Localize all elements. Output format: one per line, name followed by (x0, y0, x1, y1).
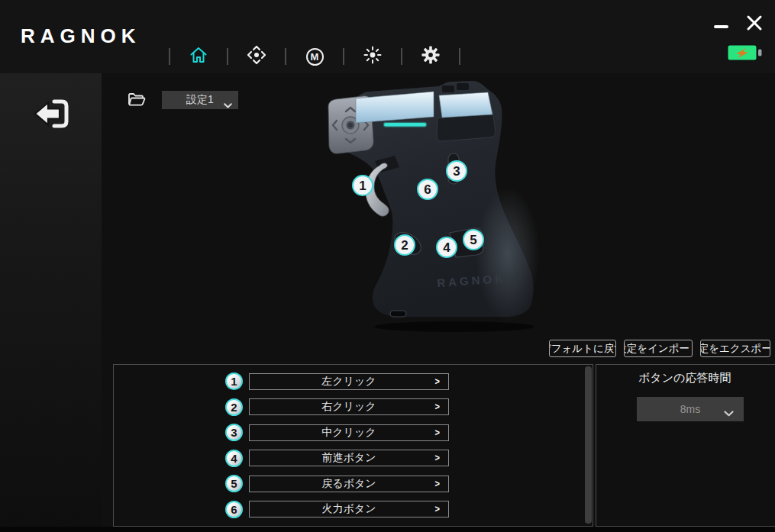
binding-row: 2 右クリック > (114, 398, 593, 416)
nav-separator (343, 48, 344, 65)
binding-button-1[interactable]: 左クリック > (249, 373, 449, 390)
bottom-strip (0, 527, 775, 532)
app-window: RAGNOK (0, 0, 775, 532)
tab-lighting[interactable] (362, 46, 383, 67)
binding-label: 右クリック (321, 400, 376, 414)
binding-label: 火力ボタン (322, 502, 376, 516)
chevron-right-icon: > (435, 503, 440, 515)
binding-row: 1 左クリック > (114, 372, 593, 391)
brand-logo: RAGNOK (21, 24, 141, 48)
binding-button-6[interactable]: 火力ボタン > (249, 501, 449, 517)
tab-macro[interactable]: M (304, 46, 325, 67)
exit-button[interactable] (31, 96, 69, 131)
badge-5: 5 (225, 475, 243, 492)
profile-select[interactable]: 設定1 (162, 91, 238, 109)
svg-text:1: 1 (359, 179, 366, 193)
response-time-title: ボタンの応答時間 (638, 371, 775, 385)
tab-settings[interactable] (420, 46, 441, 67)
folder-icon (128, 97, 146, 110)
binding-row: 3 中クリック > (114, 424, 593, 442)
battery-charging-icon (726, 43, 763, 66)
brightness-icon (363, 45, 383, 68)
binding-button-2[interactable]: 右クリック > (249, 398, 449, 415)
svg-text:2: 2 (401, 238, 408, 253)
chevron-down-icon (224, 98, 232, 111)
device-badge-1[interactable]: 1 (353, 176, 373, 195)
svg-text:3: 3 (453, 164, 460, 179)
minimize-icon (714, 25, 728, 28)
binding-button-4[interactable]: 前進ボタン > (249, 450, 449, 466)
response-time-select[interactable]: 8ms (637, 397, 744, 421)
chevron-right-icon: > (435, 426, 440, 438)
binding-label: 左クリック (321, 375, 376, 389)
chevron-down-icon (724, 406, 734, 420)
binding-row: 4 前進ボタン > (114, 449, 593, 467)
device-badge-5[interactable]: 5 (463, 230, 483, 250)
binding-label: 中クリック (321, 426, 376, 440)
device-badge-2[interactable]: 2 (395, 235, 415, 255)
device-badge-4[interactable]: 4 (437, 237, 457, 257)
nav-separator (227, 48, 228, 65)
sidebar (0, 73, 102, 532)
svg-text:6: 6 (424, 182, 431, 197)
tab-dpi[interactable] (246, 46, 267, 67)
binding-button-3[interactable]: 中クリック > (249, 424, 449, 441)
macro-m-icon: M (306, 48, 324, 66)
device-accent-light (384, 123, 426, 127)
badge-1: 1 (225, 372, 243, 390)
binding-label: 前進ボタン (322, 451, 376, 465)
close-button[interactable] (745, 16, 764, 33)
response-time-panel: ボタンの応答時間 8ms (596, 364, 775, 527)
button-bindings-panel: 1 左クリック > 2 右クリック > 3 中クリック > 4 前進ボタン > (113, 364, 593, 527)
gear-icon (421, 45, 441, 68)
chevron-right-icon: > (435, 477, 440, 489)
device-illustration: RAGNOK 1 2 3 4 (315, 71, 552, 338)
import-settings-button[interactable]: 設定をインポート (624, 340, 693, 357)
chevron-right-icon: > (435, 375, 440, 387)
export-settings-button[interactable]: 設定をエクスポート (700, 340, 770, 357)
main-nav: M (169, 45, 460, 68)
minimize-button[interactable] (712, 16, 730, 33)
action-buttons: デフォルトに戻す 設定をインポート 設定をエクスポート (549, 340, 770, 357)
nav-separator (285, 48, 286, 65)
binding-row: 5 戻るボタン > (114, 475, 593, 493)
response-time-value: 8ms (680, 403, 700, 415)
home-icon (189, 45, 208, 68)
window-controls (712, 16, 764, 33)
device-badge-6[interactable]: 6 (418, 179, 438, 199)
nav-separator (401, 48, 402, 65)
chevron-right-icon: > (435, 401, 440, 413)
svg-text:4: 4 (443, 240, 450, 255)
svg-text:5: 5 (470, 233, 476, 247)
close-icon (746, 15, 763, 34)
usb-port (390, 311, 406, 317)
restore-defaults-button[interactable]: デフォルトに戻す (549, 340, 616, 357)
binding-label: 戻るボタン (321, 477, 376, 491)
top-bar: RAGNOK (0, 0, 775, 73)
device-top-panel (439, 92, 492, 118)
device-shadow (374, 321, 534, 332)
profile-folder-button[interactable] (128, 92, 146, 111)
nav-separator (459, 48, 460, 65)
tab-home[interactable] (188, 46, 209, 67)
binding-row: 6 火力ボタン > (114, 500, 593, 518)
badge-6: 6 (225, 501, 243, 518)
badge-3: 3 (225, 424, 243, 441)
dpi-move-icon (247, 45, 266, 68)
device-badge-3[interactable]: 3 (447, 161, 467, 181)
badge-2: 2 (225, 398, 243, 416)
device-top-button (442, 85, 454, 92)
binding-button-5[interactable]: 戻るボタン > (249, 476, 449, 492)
badge-4: 4 (225, 450, 243, 467)
scrollbar-thumb[interactable] (585, 366, 592, 524)
exit-icon (31, 121, 69, 134)
profile-selected-label: 設定1 (186, 93, 214, 107)
nav-separator (169, 48, 170, 65)
device-top-button (457, 83, 469, 90)
chevron-right-icon: > (435, 452, 440, 464)
